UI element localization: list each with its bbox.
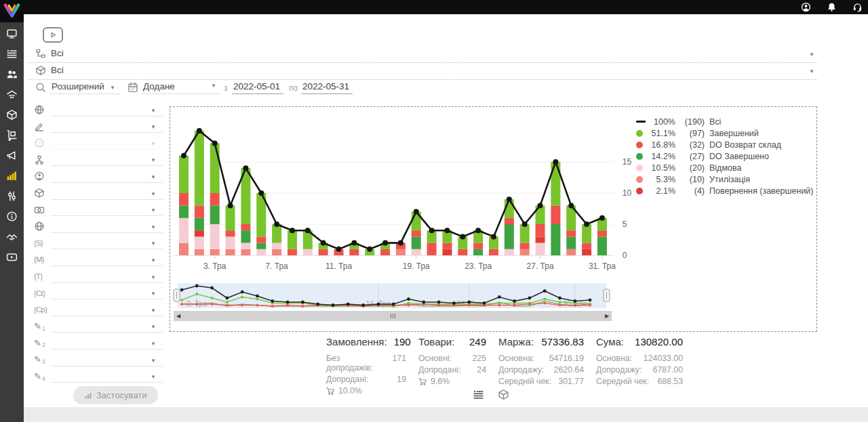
chevron-down-icon: ▼ <box>151 241 156 247</box>
sidebar-item-warehouse[interactable] <box>0 84 24 104</box>
filter-select-hierarchy[interactable]: ▼ <box>28 152 163 169</box>
legend-percent: 2.1% <box>648 186 675 196</box>
bar-segment <box>458 249 467 255</box>
filter-select-money[interactable]: ▼ <box>28 203 163 219</box>
legend-count: (4) <box>680 186 705 196</box>
signature-icon <box>34 121 45 132</box>
bar-segment <box>241 230 250 242</box>
video-tutorial-button[interactable] <box>43 27 63 43</box>
legend-item[interactable]: 100%(190)Всі <box>636 116 814 127</box>
bar-segment <box>195 230 204 236</box>
calendar-icon[interactable]: 17 <box>127 82 138 93</box>
legend-item[interactable]: 51.1%(97)Завершений <box>636 127 814 139</box>
sidebar-item-users[interactable] <box>0 64 24 84</box>
chart-navigator[interactable]: 2. Тра16. Тра23. Тра30. Тра <box>172 282 612 311</box>
legend-label: Завершений <box>709 129 759 138</box>
stat-sub-value: 688.53 <box>657 377 683 386</box>
date-field-select[interactable]: Додане▼ <box>142 81 219 94</box>
warehouse-icon <box>6 89 18 100</box>
sidebar-item-monitor[interactable] <box>0 23 24 43</box>
filter-select-ct[interactable]: {Ct}▼ <box>28 286 163 303</box>
filter-select-world[interactable]: ▼ <box>28 102 163 119</box>
filter-select-s[interactable]: {S}▼ <box>28 236 163 253</box>
legend-label: Всі <box>709 117 721 127</box>
x-axis-tick: 3. Тра <box>203 261 226 271</box>
apply-button[interactable]: Застосувати <box>73 386 158 404</box>
stat-title: Маржа: <box>498 336 534 347</box>
package-icon <box>35 65 46 76</box>
chevron-down-icon: ▼ <box>151 142 156 147</box>
filter-select-pencil1[interactable]: ✎1▼ <box>28 319 163 336</box>
legend-item[interactable]: 5.3%(10)Утилізація <box>636 173 814 185</box>
footer-strip <box>24 407 868 422</box>
sidebar-item-megaphone[interactable] <box>0 145 24 165</box>
bar-segment <box>241 243 250 249</box>
bar-segment <box>256 243 266 249</box>
bar-segment <box>195 249 204 255</box>
search-filter-row: Розширений▼ 17 Додане▼ з по <box>28 79 408 97</box>
search-mode-select[interactable]: Розширений▼ <box>50 81 119 94</box>
app-logo[interactable] <box>0 0 24 22</box>
bar-segment <box>582 249 591 255</box>
svg-text:?: ? <box>38 140 41 146</box>
stat-sub-value: 54716.19 <box>549 354 584 363</box>
legend-dot-swatch <box>636 176 643 183</box>
legend-item[interactable]: 2.1%(4)Повернення (завершений) <box>636 185 814 196</box>
filter-select-cp[interactable]: {Cp}▼ <box>28 302 163 319</box>
bar-segment <box>566 249 576 255</box>
sidebar-item-trolley[interactable] <box>0 125 24 145</box>
filter-select-pencil2[interactable]: ✎2▼ <box>28 335 163 352</box>
date-from-input[interactable] <box>232 79 283 94</box>
search-mode-value: Розширений <box>52 81 104 91</box>
filter-select-t[interactable]: {T}▼ <box>28 269 163 286</box>
filter-select-person[interactable]: ▼ <box>28 169 163 186</box>
sidebar-item-info[interactable] <box>0 206 24 226</box>
total-line-point <box>522 221 528 227</box>
pencil-4-icon: ✎4 <box>34 371 45 382</box>
scroll-right-arrow[interactable]: ▶ <box>602 311 612 321</box>
select-underline <box>51 282 163 283</box>
sitemap-icon <box>35 48 46 59</box>
bar-segment <box>551 224 560 255</box>
total-line-point <box>475 228 481 233</box>
stat-sub-label: Допродані: <box>418 365 460 375</box>
filter-select-product[interactable]: ▼ <box>28 186 163 203</box>
filter-select-signature[interactable]: ▼ <box>28 119 163 136</box>
scrollbar-thumb[interactable] <box>183 311 602 321</box>
legend-item[interactable]: 16.8%(32)DO Возврат склад <box>636 139 814 150</box>
bar-segment <box>226 230 235 236</box>
sidebar-item-cube[interactable] <box>0 104 24 125</box>
legend-item[interactable]: 10.5%(20)Відмова <box>636 162 814 173</box>
orders-stacked-chart[interactable]: 0510153. Тра7. Тра11. Тра19. Тра23. Тра2… <box>171 110 652 276</box>
scroll-left-arrow[interactable]: ◀ <box>174 311 183 321</box>
bar-segment <box>256 236 266 242</box>
filter-select-pencil3[interactable]: ✎3▼ <box>28 352 163 369</box>
source-filter-select[interactable]: Всі ▼ <box>28 46 817 63</box>
product-filter-select[interactable]: Всі ▼ <box>28 63 817 80</box>
select-underline <box>51 116 163 117</box>
filter-select-m[interactable]: {M}▼ <box>28 252 163 269</box>
filter-select-globe[interactable]: ▼ <box>28 219 163 236</box>
notifications-icon[interactable] <box>827 2 837 12</box>
sidebar-item-handshake[interactable] <box>0 226 24 247</box>
sidebar-item-sliders[interactable] <box>0 186 24 206</box>
view-products-button[interactable] <box>498 389 509 400</box>
bar-segment <box>551 205 560 224</box>
chevron-down-icon: ▼ <box>151 125 156 130</box>
user-icon[interactable] <box>801 2 811 12</box>
stat-goods: Товари:249Основні:225Допродані:249.6% <box>418 336 486 396</box>
filter-select-pencil4[interactable]: ✎4▼ <box>28 369 163 386</box>
chart-icon <box>6 170 18 182</box>
bar-segment <box>520 249 530 255</box>
sidebar-item-chart[interactable] <box>0 165 24 186</box>
legend-percent: 16.8% <box>648 140 675 150</box>
sidebar-item-video[interactable] <box>0 247 24 267</box>
date-to-input[interactable] <box>301 79 353 94</box>
support-icon[interactable] <box>852 2 863 12</box>
select-underline <box>51 182 163 183</box>
sliders-icon <box>6 190 18 202</box>
stat-value: 130820.00 <box>635 336 683 347</box>
view-orders-list-button[interactable] <box>473 389 484 400</box>
sidebar-item-list[interactable] <box>0 43 24 64</box>
legend-item[interactable]: 14.2%(27)DO Завершено <box>636 150 814 162</box>
